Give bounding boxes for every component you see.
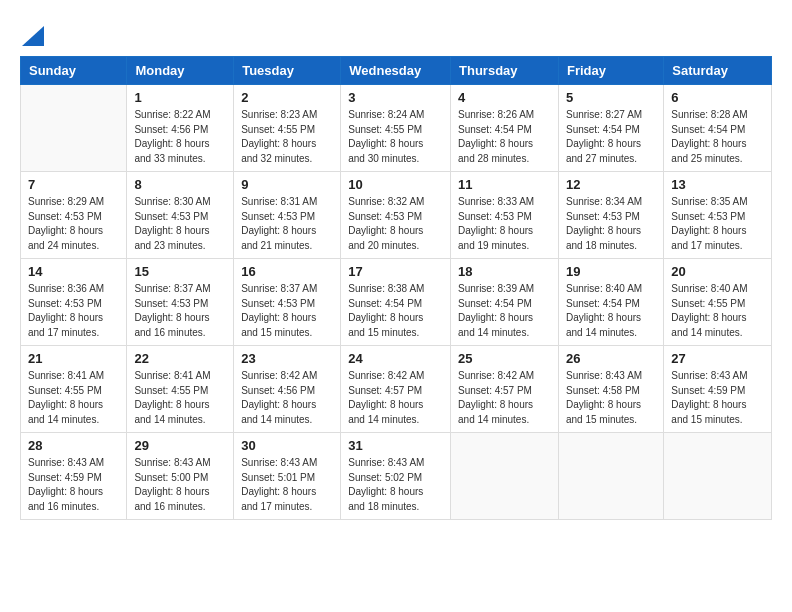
day-info: Sunrise: 8:43 AMSunset: 4:59 PMDaylight:… [28,456,119,514]
calendar-cell: 27Sunrise: 8:43 AMSunset: 4:59 PMDayligh… [664,346,772,433]
day-info: Sunrise: 8:42 AMSunset: 4:56 PMDaylight:… [241,369,333,427]
calendar-header-thursday: Thursday [451,57,559,85]
calendar-cell [21,85,127,172]
calendar-table: SundayMondayTuesdayWednesdayThursdayFrid… [20,56,772,520]
calendar-cell: 24Sunrise: 8:42 AMSunset: 4:57 PMDayligh… [341,346,451,433]
logo-triangle-icon [22,18,44,46]
calendar-cell: 2Sunrise: 8:23 AMSunset: 4:55 PMDaylight… [234,85,341,172]
day-number: 13 [671,177,764,192]
calendar-cell: 28Sunrise: 8:43 AMSunset: 4:59 PMDayligh… [21,433,127,520]
day-info: Sunrise: 8:42 AMSunset: 4:57 PMDaylight:… [348,369,443,427]
day-number: 12 [566,177,656,192]
day-info: Sunrise: 8:43 AMSunset: 5:00 PMDaylight:… [134,456,226,514]
calendar-cell: 22Sunrise: 8:41 AMSunset: 4:55 PMDayligh… [127,346,234,433]
day-number: 18 [458,264,551,279]
day-number: 15 [134,264,226,279]
day-number: 24 [348,351,443,366]
day-number: 3 [348,90,443,105]
day-info: Sunrise: 8:24 AMSunset: 4:55 PMDaylight:… [348,108,443,166]
calendar-cell: 29Sunrise: 8:43 AMSunset: 5:00 PMDayligh… [127,433,234,520]
calendar-cell: 31Sunrise: 8:43 AMSunset: 5:02 PMDayligh… [341,433,451,520]
calendar-cell: 10Sunrise: 8:32 AMSunset: 4:53 PMDayligh… [341,172,451,259]
day-info: Sunrise: 8:40 AMSunset: 4:55 PMDaylight:… [671,282,764,340]
day-number: 6 [671,90,764,105]
day-number: 20 [671,264,764,279]
calendar-cell [451,433,559,520]
day-info: Sunrise: 8:31 AMSunset: 4:53 PMDaylight:… [241,195,333,253]
day-number: 7 [28,177,119,192]
calendar-cell: 16Sunrise: 8:37 AMSunset: 4:53 PMDayligh… [234,259,341,346]
calendar-cell: 9Sunrise: 8:31 AMSunset: 4:53 PMDaylight… [234,172,341,259]
calendar-cell: 8Sunrise: 8:30 AMSunset: 4:53 PMDaylight… [127,172,234,259]
day-info: Sunrise: 8:36 AMSunset: 4:53 PMDaylight:… [28,282,119,340]
day-number: 28 [28,438,119,453]
day-info: Sunrise: 8:34 AMSunset: 4:53 PMDaylight:… [566,195,656,253]
calendar-cell: 12Sunrise: 8:34 AMSunset: 4:53 PMDayligh… [558,172,663,259]
day-info: Sunrise: 8:39 AMSunset: 4:54 PMDaylight:… [458,282,551,340]
day-number: 8 [134,177,226,192]
calendar-cell: 20Sunrise: 8:40 AMSunset: 4:55 PMDayligh… [664,259,772,346]
calendar-header-monday: Monday [127,57,234,85]
calendar-cell: 23Sunrise: 8:42 AMSunset: 4:56 PMDayligh… [234,346,341,433]
day-info: Sunrise: 8:43 AMSunset: 4:59 PMDaylight:… [671,369,764,427]
day-info: Sunrise: 8:32 AMSunset: 4:53 PMDaylight:… [348,195,443,253]
day-number: 10 [348,177,443,192]
day-number: 22 [134,351,226,366]
calendar-cell: 13Sunrise: 8:35 AMSunset: 4:53 PMDayligh… [664,172,772,259]
svg-marker-0 [22,26,44,46]
day-info: Sunrise: 8:43 AMSunset: 4:58 PMDaylight:… [566,369,656,427]
day-info: Sunrise: 8:22 AMSunset: 4:56 PMDaylight:… [134,108,226,166]
day-info: Sunrise: 8:28 AMSunset: 4:54 PMDaylight:… [671,108,764,166]
day-info: Sunrise: 8:27 AMSunset: 4:54 PMDaylight:… [566,108,656,166]
calendar-cell: 14Sunrise: 8:36 AMSunset: 4:53 PMDayligh… [21,259,127,346]
calendar-cell: 6Sunrise: 8:28 AMSunset: 4:54 PMDaylight… [664,85,772,172]
calendar-cell: 1Sunrise: 8:22 AMSunset: 4:56 PMDaylight… [127,85,234,172]
day-info: Sunrise: 8:42 AMSunset: 4:57 PMDaylight:… [458,369,551,427]
calendar-cell: 5Sunrise: 8:27 AMSunset: 4:54 PMDaylight… [558,85,663,172]
day-info: Sunrise: 8:41 AMSunset: 4:55 PMDaylight:… [134,369,226,427]
calendar-week-row-1: 1Sunrise: 8:22 AMSunset: 4:56 PMDaylight… [21,85,772,172]
day-number: 16 [241,264,333,279]
day-number: 23 [241,351,333,366]
header [20,16,772,46]
day-info: Sunrise: 8:35 AMSunset: 4:53 PMDaylight:… [671,195,764,253]
day-number: 2 [241,90,333,105]
calendar-cell: 17Sunrise: 8:38 AMSunset: 4:54 PMDayligh… [341,259,451,346]
day-number: 17 [348,264,443,279]
day-number: 21 [28,351,119,366]
calendar-cell: 26Sunrise: 8:43 AMSunset: 4:58 PMDayligh… [558,346,663,433]
calendar-cell: 11Sunrise: 8:33 AMSunset: 4:53 PMDayligh… [451,172,559,259]
calendar-week-row-3: 14Sunrise: 8:36 AMSunset: 4:53 PMDayligh… [21,259,772,346]
calendar-header-friday: Friday [558,57,663,85]
calendar-header-tuesday: Tuesday [234,57,341,85]
calendar-week-row-4: 21Sunrise: 8:41 AMSunset: 4:55 PMDayligh… [21,346,772,433]
day-number: 31 [348,438,443,453]
day-info: Sunrise: 8:43 AMSunset: 5:01 PMDaylight:… [241,456,333,514]
day-number: 11 [458,177,551,192]
day-number: 19 [566,264,656,279]
day-number: 27 [671,351,764,366]
calendar-body: 1Sunrise: 8:22 AMSunset: 4:56 PMDaylight… [21,85,772,520]
day-info: Sunrise: 8:29 AMSunset: 4:53 PMDaylight:… [28,195,119,253]
page: SundayMondayTuesdayWednesdayThursdayFrid… [0,0,792,612]
day-number: 5 [566,90,656,105]
calendar-cell: 15Sunrise: 8:37 AMSunset: 4:53 PMDayligh… [127,259,234,346]
day-number: 29 [134,438,226,453]
day-info: Sunrise: 8:33 AMSunset: 4:53 PMDaylight:… [458,195,551,253]
day-number: 30 [241,438,333,453]
day-info: Sunrise: 8:30 AMSunset: 4:53 PMDaylight:… [134,195,226,253]
calendar-cell: 30Sunrise: 8:43 AMSunset: 5:01 PMDayligh… [234,433,341,520]
day-info: Sunrise: 8:38 AMSunset: 4:54 PMDaylight:… [348,282,443,340]
calendar-header-sunday: Sunday [21,57,127,85]
day-info: Sunrise: 8:41 AMSunset: 4:55 PMDaylight:… [28,369,119,427]
day-number: 1 [134,90,226,105]
calendar-cell: 7Sunrise: 8:29 AMSunset: 4:53 PMDaylight… [21,172,127,259]
day-info: Sunrise: 8:37 AMSunset: 4:53 PMDaylight:… [134,282,226,340]
day-info: Sunrise: 8:37 AMSunset: 4:53 PMDaylight:… [241,282,333,340]
calendar-cell: 18Sunrise: 8:39 AMSunset: 4:54 PMDayligh… [451,259,559,346]
calendar-header-wednesday: Wednesday [341,57,451,85]
day-info: Sunrise: 8:26 AMSunset: 4:54 PMDaylight:… [458,108,551,166]
calendar-cell [664,433,772,520]
calendar-cell [558,433,663,520]
calendar-week-row-5: 28Sunrise: 8:43 AMSunset: 4:59 PMDayligh… [21,433,772,520]
